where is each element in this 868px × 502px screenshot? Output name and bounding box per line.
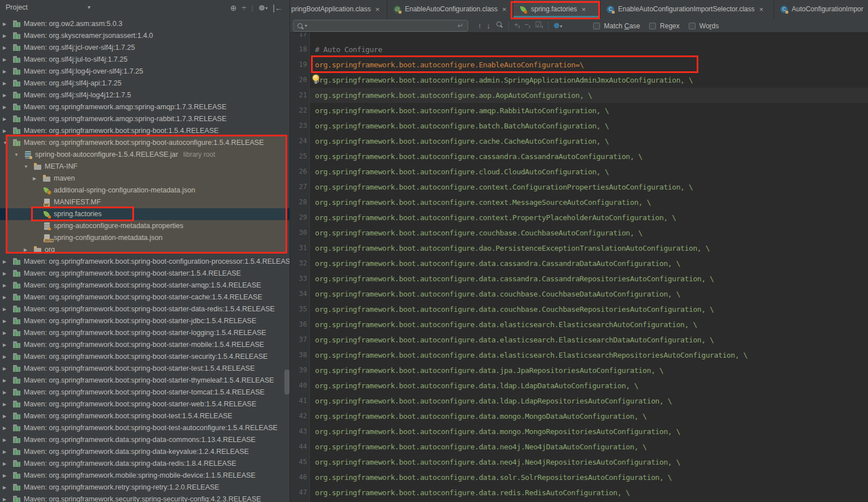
tree-item-maven-org-slf4j-log4j-over-slf4j-1-7-25[interactable]: ▶Maven: org.slf4j:log4j-over-slf4j:1.7.2…	[0, 66, 290, 78]
tree-expand-arrow-icon[interactable]: ▶	[3, 113, 6, 125]
line-text[interactable]: org.springframework.boot.autoconfigure.d…	[315, 439, 647, 454]
line-text[interactable]: org.springframework.boot.autoconfigure.c…	[315, 149, 642, 164]
tab-enableautoconfiguration-class[interactable]: EnableAutoConfiguration.class×	[387, 0, 513, 18]
line-text[interactable]: org.springframework.boot.autoconfigure.d…	[315, 470, 672, 485]
code-line-38[interactable]: 38org.springframework.boot.autoconfigure…	[290, 347, 868, 363]
tree-collapse-arrow-icon[interactable]: ▼	[24, 161, 28, 173]
tree-item-spring-factories[interactable]: spring.factories	[0, 208, 290, 220]
tree-item-maven-org-springframework-boot-spring-bo[interactable]: ▶Maven: org.springframework.boot:spring-…	[0, 291, 290, 303]
tab-enableautoconfigurationimports[interactable]: EnableAutoConfigurationImportSelector.cl…	[601, 0, 774, 18]
tree-expand-arrow-icon[interactable]: ▶	[3, 327, 6, 339]
tree-expand-arrow-icon[interactable]: ▶	[3, 54, 6, 66]
checkbox[interactable]	[649, 23, 656, 29]
line-text[interactable]: org.springframework.boot.autoconfigure.d…	[315, 378, 638, 393]
tree-item-maven-org-springframework-amqp-spring-ra[interactable]: ▶Maven: org.springframework.amqp:spring-…	[0, 113, 290, 125]
code-line-22[interactable]: 22org.springframework.boot.autoconfigure…	[290, 103, 868, 118]
line-text[interactable]: org.springframework.boot.autoconfigure.d…	[315, 256, 680, 271]
code-line-23[interactable]: 23org.springframework.boot.autoconfigure…	[290, 118, 868, 134]
line-text[interactable]: org.springframework.boot.autoconfigure.d…	[315, 424, 680, 439]
tree-item-maven-org-springframework-security-sprin[interactable]: ▶Maven: org.springframework.security:spr…	[0, 494, 290, 502]
code-line-41[interactable]: 41org.springframework.boot.autoconfigure…	[290, 393, 868, 409]
select-all-occurrences-icon[interactable]: ☑II	[535, 19, 543, 33]
tree-expand-arrow-icon[interactable]: ▶	[3, 303, 6, 315]
tree-item-maven-org-slf4j-jul-to-slf4j-1-7-25[interactable]: ▶Maven: org.slf4j:jul-to-slf4j:1.7.25	[0, 54, 290, 66]
tree-item-maven-org-springframework-data-spring-da[interactable]: ▶Maven: org.springframework.data:spring-…	[0, 458, 290, 470]
tree-expand-arrow-icon[interactable]: ▶	[3, 315, 6, 327]
tree-item-maven-org-springframework-mobile-spring-[interactable]: ▶Maven: org.springframework.mobile:sprin…	[0, 470, 290, 482]
tree-item-maven-org-springframework-boot-spring-bo[interactable]: ▶Maven: org.springframework.boot:spring-…	[0, 327, 290, 339]
tree-expand-arrow-icon[interactable]: ▶	[3, 482, 6, 494]
code-line-18[interactable]: 18# Auto Configure	[290, 42, 868, 57]
tree-item-maven-org-springframework-amqp-spring-am[interactable]: ▶Maven: org.springframework.amqp:spring-…	[0, 101, 290, 113]
tree-expand-arrow-icon[interactable]: ▶	[3, 422, 6, 434]
tree-expand-arrow-icon[interactable]: ▶	[3, 18, 6, 30]
line-text[interactable]: org.springframework.boot.autoconfigure.E…	[315, 57, 584, 72]
next-occurrence-icon[interactable]: ↓	[487, 20, 491, 32]
find-in-selection-icon[interactable]	[495, 20, 503, 32]
previous-occurrence-icon[interactable]: ↑	[478, 20, 482, 32]
code-line-29[interactable]: 29org.springframework.boot.autoconfigure…	[290, 210, 868, 225]
tree-item-maven-org-springframework-boot-spring-bo[interactable]: ▶Maven: org.springframework.boot:spring-…	[0, 422, 290, 434]
chevron-down-icon[interactable]: ▾	[88, 4, 90, 10]
line-text[interactable]: org.springframework.boot.autoconfigure.a…	[315, 88, 592, 103]
tree-item-maven-org-springframework-boot-spring-bo[interactable]: ▶Maven: org.springframework.boot:spring-…	[0, 387, 290, 398]
tree-expand-arrow-icon[interactable]: ▶	[3, 410, 6, 422]
code-line-26[interactable]: 26org.springframework.boot.autoconfigure…	[290, 164, 868, 179]
add-occurrence-icon[interactable]: +II	[514, 19, 519, 33]
line-text[interactable]: org.springframework.boot.autoconfigure.d…	[315, 363, 663, 378]
line-text[interactable]: org.springframework.boot.autoconfigure.c…	[315, 210, 676, 225]
tree-expand-arrow-icon[interactable]: ▶	[3, 256, 6, 268]
tree-collapse-arrow-icon[interactable]: ▼	[3, 137, 7, 149]
close-icon[interactable]: ×	[502, 5, 507, 14]
code-line-37[interactable]: 37org.springframework.boot.autoconfigure…	[290, 332, 868, 347]
line-text[interactable]: org.springframework.boot.autoconfigure.d…	[315, 485, 630, 500]
code-line-32[interactable]: 32org.springframework.boot.autoconfigure…	[290, 256, 868, 271]
gear-icon[interactable]: ☸▾	[258, 2, 268, 15]
line-text[interactable]: org.springframework.boot.autoconfigure.c…	[315, 179, 693, 195]
code-line-46[interactable]: 46org.springframework.boot.autoconfigure…	[290, 470, 868, 485]
tree-item-spring-configuration-metadata-json[interactable]: JSONspring-configuration-metadata.json	[0, 232, 290, 244]
tree-item-spring-autoconfigure-metadata-properties[interactable]: spring-autoconfigure-metadata.properties	[0, 220, 290, 232]
line-text[interactable]: org.springframework.boot.autoconfigure.d…	[315, 286, 680, 302]
tree-expand-arrow-icon[interactable]: ▶	[3, 30, 6, 42]
option-match-case[interactable]: Match Case	[593, 22, 640, 30]
line-text[interactable]: org.springframework.boot.autoconfigure.d…	[315, 409, 647, 424]
code-line-35[interactable]: 35org.springframework.boot.autoconfigure…	[290, 302, 868, 317]
line-text[interactable]: org.springframework.boot.autoconfigure.c…	[315, 195, 651, 210]
code-line-34[interactable]: 34org.springframework.boot.autoconfigure…	[290, 286, 868, 302]
tree-item-manifest-mf[interactable]: MFMANIFEST.MF	[0, 196, 290, 208]
tree-item-additional-spring-configuration-metadata[interactable]: additional-spring-configuration-metadata…	[0, 185, 290, 196]
line-text[interactable]: org.springframework.boot.autoconfigure.c…	[315, 164, 609, 179]
tree-expand-arrow-icon[interactable]: ▶	[3, 101, 6, 113]
code-line-20[interactable]: 20org.springframework.boot.autoconfigure…	[290, 72, 868, 88]
tree-item-maven-org-springframework-boot-spring-bo[interactable]: ▶Maven: org.springframework.boot:spring-…	[0, 280, 290, 291]
code-line-19[interactable]: 19org.springframework.boot.autoconfigure…	[290, 57, 868, 72]
tree-expand-arrow-icon[interactable]: ▶	[3, 470, 6, 482]
tree-item-maven-org-springframework-data-spring-da[interactable]: ▶Maven: org.springframework.data:spring-…	[0, 434, 290, 446]
tree-expand-arrow-icon[interactable]: ▶	[3, 375, 6, 387]
tree-item-maven-org-slf4j-slf4j-log4j12-1-7-5[interactable]: ▶Maven: org.slf4j:slf4j-log4j12:1.7.5	[0, 89, 290, 101]
tree-item-maven-org-springframework-boot-spring-bo[interactable]: ▶Maven: org.springframework.boot:spring-…	[0, 339, 290, 351]
project-tree-scrollbar[interactable]	[284, 370, 290, 394]
tree-item-maven-org-springframework-boot-spring-bo[interactable]: ▶Maven: org.springframework.boot:spring-…	[0, 375, 290, 387]
tree-expand-arrow-icon[interactable]: ▶	[3, 89, 6, 101]
code-line-39[interactable]: 39org.springframework.boot.autoconfigure…	[290, 363, 868, 378]
code-line-31[interactable]: 31org.springframework.boot.autoconfigure…	[290, 241, 868, 256]
line-text[interactable]: org.springframework.boot.autoconfigure.d…	[315, 302, 714, 317]
tree-item-maven-org-slf4j-jcl-over-slf4j-1-7-25[interactable]: ▶Maven: org.slf4j:jcl-over-slf4j:1.7.25	[0, 42, 290, 54]
code-line-45[interactable]: 45org.springframework.boot.autoconfigure…	[290, 454, 868, 470]
line-text[interactable]: org.springframework.boot.autoconfigure.d…	[315, 347, 748, 363]
line-text[interactable]: org.springframework.boot.autoconfigure.c…	[315, 134, 609, 149]
close-icon[interactable]: ×	[759, 5, 763, 14]
tree-item-maven-org-slf4j-slf4j-api-1-7-25[interactable]: ▶Maven: org.slf4j:slf4j-api:1.7.25	[0, 78, 290, 89]
project-panel-title[interactable]: Project	[6, 3, 28, 11]
tree-item-maven-org-springframework-retry-spring-r[interactable]: ▶Maven: org.springframework.retry:spring…	[0, 482, 290, 494]
line-text[interactable]: org.springframework.boot.autoconfigure.d…	[315, 332, 714, 347]
code-line-44[interactable]: 44org.springframework.boot.autoconfigure…	[290, 439, 868, 454]
code-line-27[interactable]: 27org.springframework.boot.autoconfigure…	[290, 179, 868, 195]
search-field[interactable]: ▾ ↵	[293, 20, 468, 32]
tree-item-maven-org-springframework-boot-spring-bo[interactable]: ▶Maven: org.springframework.boot:spring-…	[0, 268, 290, 280]
line-text[interactable]: org.springframework.boot.autoconfigure.b…	[315, 118, 609, 134]
tree-expand-arrow-icon[interactable]: ▶	[3, 78, 6, 89]
tree-expand-arrow-icon[interactable]: ▶	[3, 66, 6, 78]
